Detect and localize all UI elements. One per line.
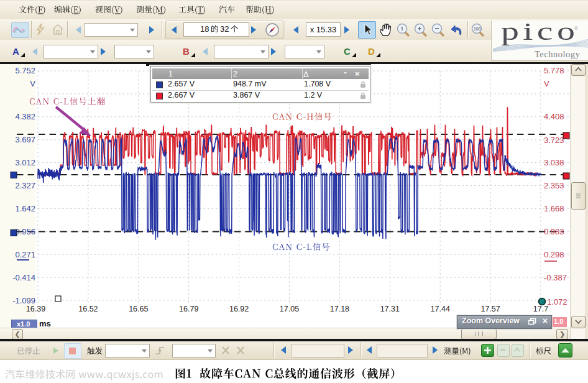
svg-text:V: V <box>30 79 35 88</box>
svg-text:1.642: 1.642 <box>15 204 35 213</box>
svg-text:18: 18 <box>200 24 209 34</box>
svg-text:16.52: 16.52 <box>78 305 98 313</box>
svg-text:-0.414: -0.414 <box>12 273 35 282</box>
svg-text:-1.099: -1.099 <box>12 296 35 305</box>
svg-text:17.05: 17.05 <box>280 305 299 313</box>
svg-text:100: 100 <box>474 27 480 31</box>
svg-text:17.31: 17.31 <box>380 305 400 313</box>
svg-text:3.012: 3.012 <box>15 158 35 167</box>
svg-text:C: C <box>344 46 351 57</box>
svg-text:1.072: 1.072 <box>547 297 567 307</box>
svg-text:17.18: 17.18 <box>330 305 349 313</box>
svg-text:32: 32 <box>220 24 229 34</box>
svg-text:®: ® <box>574 25 578 31</box>
svg-text:17.57: 17.57 <box>480 305 500 313</box>
svg-text:4.408: 4.408 <box>544 112 564 121</box>
svg-text:2.327: 2.327 <box>15 181 35 190</box>
svg-text:3.038: 3.038 <box>544 158 564 167</box>
svg-text:0.956: 0.956 <box>15 227 35 236</box>
svg-text:V: V <box>544 79 549 88</box>
svg-text:17.44: 17.44 <box>431 305 450 313</box>
svg-text:5.752: 5.752 <box>15 66 35 75</box>
svg-text:16.79: 16.79 <box>179 305 198 313</box>
svg-text:-0.387: -0.387 <box>544 273 567 282</box>
svg-text:0.271: 0.271 <box>15 250 35 259</box>
svg-text:0.983: 0.983 <box>544 227 564 236</box>
svg-text:17.7: 17.7 <box>533 305 548 313</box>
svg-text:16.39: 16.39 <box>26 305 45 313</box>
svg-text:4.382: 4.382 <box>15 112 35 121</box>
svg-text:D: D <box>368 46 375 57</box>
svg-text:B: B <box>183 46 190 57</box>
svg-text:16.92: 16.92 <box>229 305 249 313</box>
svg-text:3.697: 3.697 <box>15 135 35 144</box>
svg-text:16.65: 16.65 <box>129 305 148 313</box>
svg-text:3.723: 3.723 <box>544 136 564 145</box>
svg-text:5.778: 5.778 <box>544 66 564 75</box>
svg-text:pico: pico <box>501 21 579 45</box>
svg-text:2.353: 2.353 <box>544 181 564 190</box>
svg-text:Technology: Technology <box>535 49 580 59</box>
svg-text:1.668: 1.668 <box>544 204 564 213</box>
svg-text:0.298: 0.298 <box>544 250 564 259</box>
svg-text:A: A <box>12 46 19 57</box>
